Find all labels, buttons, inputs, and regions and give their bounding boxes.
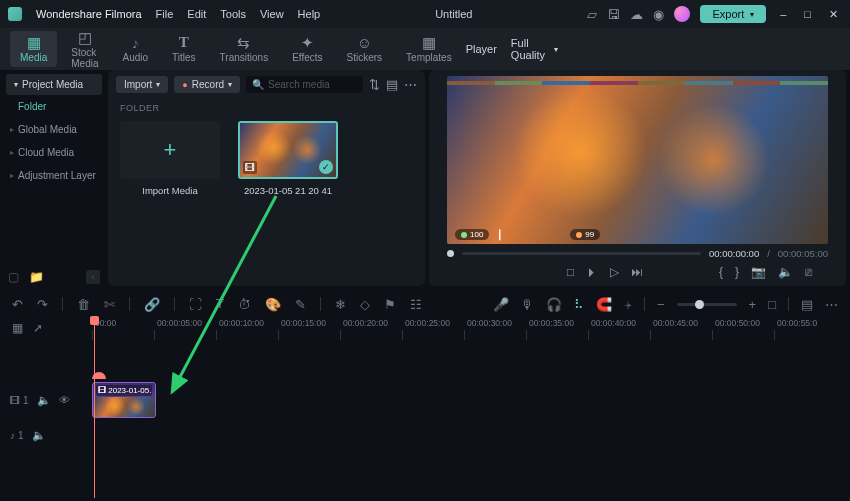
- zoom-in-button[interactable]: +: [749, 297, 757, 312]
- ruler-pointer-icon[interactable]: ➚: [33, 321, 43, 335]
- hide-track-button[interactable]: 👁: [59, 394, 70, 406]
- maximize-button[interactable]: □: [800, 8, 815, 20]
- notification-icon[interactable]: ◉: [653, 7, 664, 22]
- text-button[interactable]: T̷: [216, 296, 224, 312]
- menu-file[interactable]: File: [156, 8, 174, 20]
- ruler-view-icon[interactable]: ▦: [12, 321, 23, 335]
- tab-stickers-label: Stickers: [347, 52, 383, 63]
- mute-track-button[interactable]: 🔈: [37, 394, 51, 407]
- app-logo-icon: [8, 7, 22, 21]
- keyframe-button[interactable]: ◇: [360, 297, 370, 312]
- tab-stickers[interactable]: ☺ Stickers: [337, 31, 393, 67]
- zoom-thumb[interactable]: [695, 300, 704, 309]
- user-avatar[interactable]: [674, 6, 690, 22]
- filter-icon[interactable]: ▤: [386, 77, 398, 92]
- undo-button[interactable]: ↶: [12, 297, 23, 312]
- transitions-icon: ⇆: [237, 35, 250, 50]
- timeline-clip[interactable]: 🎞 2023-01-05...: [92, 382, 156, 418]
- snap-button[interactable]: 🧲: [596, 297, 612, 312]
- more-icon[interactable]: ⋯: [404, 77, 417, 92]
- sort-icon[interactable]: ⇅: [369, 77, 380, 92]
- settings-button[interactable]: ⋯: [825, 297, 838, 312]
- menu-tools[interactable]: Tools: [220, 8, 246, 20]
- link-button[interactable]: 🔗: [144, 297, 160, 312]
- color-button[interactable]: 🎨: [265, 297, 281, 312]
- tab-effects[interactable]: ✦ Effects: [282, 31, 332, 67]
- ribbon-tabs: ▦ Media ◰ Stock Media 𝆕 Audio T Titles ⇆…: [0, 28, 850, 70]
- tab-transitions-label: Transitions: [220, 52, 269, 63]
- audio-track-1[interactable]: ♪1 🔈: [0, 420, 850, 450]
- preview-scrubber[interactable]: 00:00:00:00 / 00:00:05:00: [447, 248, 828, 258]
- audio-sync-button[interactable]: 🎧: [546, 297, 562, 312]
- import-media-thumb[interactable]: +: [120, 121, 220, 179]
- mark-in-button[interactable]: {: [719, 265, 723, 279]
- import-dropdown[interactable]: Import ▾: [116, 76, 168, 93]
- sidebar-folder[interactable]: Folder: [0, 95, 108, 118]
- volume-button[interactable]: 🔈: [778, 265, 793, 279]
- next-frame-button[interactable]: ⏭: [631, 265, 643, 279]
- speed-button[interactable]: ⏱: [238, 297, 251, 312]
- redo-button[interactable]: ↷: [37, 297, 48, 312]
- close-button[interactable]: ✕: [825, 8, 842, 21]
- sidebar-header-project-media[interactable]: ▾ Project Media: [6, 74, 102, 95]
- menu-edit[interactable]: Edit: [187, 8, 206, 20]
- templates-icon: ▦: [422, 35, 436, 50]
- tab-media-label: Media: [20, 52, 47, 63]
- sidebar-item-global-media[interactable]: Global Media: [0, 118, 108, 141]
- tab-templates[interactable]: ▦ Templates: [396, 31, 462, 67]
- magnet-button[interactable]: ⍆: [624, 297, 632, 312]
- zoom-out-button[interactable]: −: [657, 297, 665, 312]
- chevron-down-icon: ▾: [228, 80, 232, 89]
- delete-button[interactable]: 🗑: [77, 297, 90, 312]
- tab-audio[interactable]: 𝆕 Audio: [112, 31, 158, 67]
- timeline-ruler[interactable]: ▦ ➚ 00:00 00:00:05:00 00:00:10:00 00:00:…: [0, 318, 850, 340]
- cloud-icon[interactable]: ☁: [630, 7, 643, 22]
- marker-button[interactable]: ⚑: [384, 297, 396, 312]
- export-button[interactable]: Export ▾: [700, 5, 766, 23]
- snapshot-button[interactable]: 📷: [751, 265, 766, 279]
- media-clip-thumb[interactable]: 🎞 ✓: [238, 121, 338, 179]
- mic-button[interactable]: 🎙: [521, 297, 534, 312]
- mute-audio-button[interactable]: 🔈: [32, 429, 46, 442]
- fullscreen-button[interactable]: ⎚: [805, 265, 812, 279]
- prev-frame-button[interactable]: ⏵: [586, 265, 598, 279]
- record-dropdown[interactable]: ● Record ▾: [174, 76, 240, 93]
- sidebar-item-cloud-media[interactable]: Cloud Media: [0, 141, 108, 164]
- stop-button[interactable]: □: [567, 265, 574, 279]
- crop-button[interactable]: ⛶: [189, 297, 202, 312]
- menu-help[interactable]: Help: [298, 8, 321, 20]
- tab-transitions[interactable]: ⇆ Transitions: [210, 31, 279, 67]
- search-input[interactable]: 🔍 Search media: [246, 76, 363, 93]
- mark-out-button[interactable]: }: [735, 265, 739, 279]
- playhead[interactable]: [94, 318, 95, 498]
- folder-icon[interactable]: 📁: [29, 270, 44, 284]
- chevron-down-icon: ▾: [156, 80, 160, 89]
- video-track-1[interactable]: 🎞1 🔈 👁 🎞 2023-01-05...: [0, 380, 850, 420]
- detach-button[interactable]: ☷: [410, 297, 422, 312]
- play-button[interactable]: ▷: [610, 265, 619, 279]
- auto-ripple-button[interactable]: ⠧: [574, 297, 584, 312]
- quality-dropdown[interactable]: Full Quality ▾: [511, 37, 558, 61]
- check-icon: ✓: [319, 160, 333, 174]
- save-icon[interactable]: 🖫: [607, 7, 620, 22]
- sidebar-item-adjustment-layer[interactable]: Adjustment Layer: [0, 164, 108, 187]
- edit-button[interactable]: ✎: [295, 297, 306, 312]
- minimize-button[interactable]: –: [776, 8, 790, 20]
- menu-view[interactable]: View: [260, 8, 284, 20]
- cut-button[interactable]: ✄: [104, 297, 115, 312]
- collapse-sidebar-button[interactable]: ‹: [86, 270, 100, 284]
- tab-titles[interactable]: T Titles: [162, 31, 206, 67]
- tab-stock-media[interactable]: ◰ Stock Media: [61, 26, 108, 73]
- preview-viewport[interactable]: 100 ┃ 99: [447, 76, 828, 244]
- title-bar: Wondershare Filmora File Edit Tools View…: [0, 0, 850, 28]
- plus-icon: +: [164, 137, 177, 163]
- tab-media[interactable]: ▦ Media: [10, 31, 57, 67]
- device-icon[interactable]: ▱: [587, 7, 597, 22]
- freeze-button[interactable]: ❄: [335, 297, 346, 312]
- track-options-button[interactable]: ▤: [801, 297, 813, 312]
- zoom-fit-button[interactable]: □: [768, 297, 776, 312]
- scrub-handle[interactable]: [447, 250, 454, 257]
- zoom-slider[interactable]: [677, 303, 737, 306]
- new-folder-icon[interactable]: ▢: [8, 270, 19, 284]
- mixer-button[interactable]: 🎤: [493, 297, 509, 312]
